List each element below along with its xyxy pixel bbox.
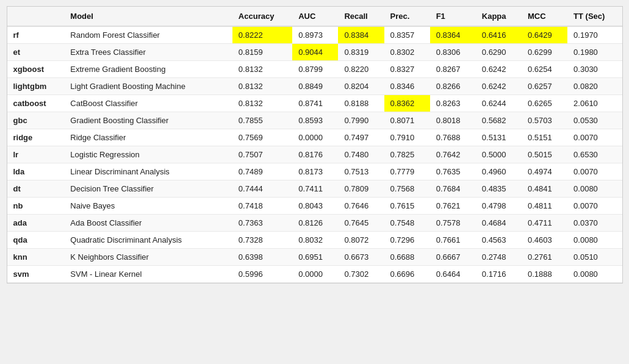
cell-mcc: 0.4811 — [522, 198, 567, 215]
col-header-accuracy: Accuracy — [232, 7, 292, 26]
cell-mcc: 0.4974 — [522, 163, 567, 180]
cell-kappa: 0.5000 — [476, 146, 522, 163]
cell-recall: 0.8072 — [338, 232, 384, 249]
table-header-row: Model Accuracy AUC Recall Prec. F1 Kappa… — [7, 7, 622, 26]
cell-kappa: 0.4835 — [476, 180, 522, 198]
cell-abbr: gbc — [7, 112, 65, 129]
cell-prec: 0.7548 — [384, 215, 430, 232]
cell-accuracy: 0.8132 — [232, 95, 292, 112]
cell-mcc: 0.1888 — [522, 266, 567, 283]
cell-abbr: nb — [7, 198, 65, 215]
table-row: rfRandom Forest Classifier0.82220.89730.… — [7, 26, 622, 44]
cell-recall: 0.7990 — [338, 112, 384, 129]
cell-kappa: 0.1716 — [476, 266, 522, 283]
cell-abbr: knn — [7, 249, 65, 266]
cell-f1: 0.6464 — [430, 266, 476, 283]
cell-model: Ridge Classifier — [64, 129, 232, 146]
col-header-recall: Recall — [338, 7, 384, 26]
cell-recall: 0.7809 — [338, 180, 384, 198]
cell-f1: 0.6667 — [430, 249, 476, 266]
cell-f1: 0.8266 — [430, 78, 476, 95]
cell-prec: 0.7910 — [384, 129, 430, 146]
cell-abbr: ridge — [7, 129, 65, 146]
cell-model: Light Gradient Boosting Machine — [64, 78, 232, 95]
cell-prec: 0.6688 — [384, 249, 430, 266]
cell-model: Logistic Regression — [64, 146, 232, 163]
cell-kappa: 0.4563 — [476, 232, 522, 249]
table-row: ridgeRidge Classifier0.75690.00000.74970… — [7, 129, 622, 146]
cell-abbr: dt — [7, 180, 65, 198]
cell-recall: 0.7302 — [338, 266, 384, 283]
cell-model: SVM - Linear Kernel — [64, 266, 232, 283]
cell-model: Naive Bayes — [64, 198, 232, 215]
cell-tt: 0.0530 — [567, 112, 622, 129]
cell-tt: 0.6530 — [567, 146, 622, 163]
cell-auc: 0.6951 — [292, 249, 338, 266]
cell-tt: 0.0080 — [567, 266, 622, 283]
cell-accuracy: 0.7328 — [232, 232, 292, 249]
cell-mcc: 0.5703 — [522, 112, 567, 129]
cell-prec: 0.7615 — [384, 198, 430, 215]
cell-recall: 0.7645 — [338, 215, 384, 232]
cell-model: Random Forest Classifier — [64, 26, 232, 44]
cell-model: Extra Trees Classifier — [64, 44, 232, 61]
cell-auc: 0.8176 — [292, 146, 338, 163]
cell-tt: 0.0370 — [567, 215, 622, 232]
cell-kappa: 0.6244 — [476, 95, 522, 112]
cell-accuracy: 0.8132 — [232, 61, 292, 78]
cell-auc: 0.0000 — [292, 129, 338, 146]
cell-auc: 0.8849 — [292, 78, 338, 95]
table-row: qdaQuadratic Discriminant Analysis0.7328… — [7, 232, 622, 249]
cell-tt: 2.0610 — [567, 95, 622, 112]
cell-auc: 0.9044 — [292, 44, 338, 61]
col-header-kappa: Kappa — [476, 7, 522, 26]
cell-mcc: 0.5151 — [522, 129, 567, 146]
cell-prec: 0.7296 — [384, 232, 430, 249]
cell-accuracy: 0.7855 — [232, 112, 292, 129]
table-row: ldaLinear Discriminant Analysis0.74890.8… — [7, 163, 622, 180]
cell-auc: 0.8032 — [292, 232, 338, 249]
cell-auc: 0.8593 — [292, 112, 338, 129]
col-header-abbr — [7, 7, 65, 26]
col-header-f1: F1 — [430, 7, 476, 26]
classifier-comparison-table: Model Accuracy AUC Recall Prec. F1 Kappa… — [7, 7, 622, 283]
cell-accuracy: 0.8222 — [232, 26, 292, 44]
cell-model: Ada Boost Classifier — [64, 215, 232, 232]
cell-auc: 0.8173 — [292, 163, 338, 180]
cell-kappa: 0.6242 — [476, 61, 522, 78]
cell-f1: 0.7684 — [430, 180, 476, 198]
cell-f1: 0.7661 — [430, 232, 476, 249]
cell-kappa: 0.6242 — [476, 78, 522, 95]
table-row: nbNaive Bayes0.74180.80430.76460.76150.7… — [7, 198, 622, 215]
cell-mcc: 0.6299 — [522, 44, 567, 61]
cell-kappa: 0.4798 — [476, 198, 522, 215]
cell-accuracy: 0.7444 — [232, 180, 292, 198]
cell-mcc: 0.5015 — [522, 146, 567, 163]
cell-accuracy: 0.8132 — [232, 78, 292, 95]
cell-prec: 0.8302 — [384, 44, 430, 61]
cell-kappa: 0.2748 — [476, 249, 522, 266]
cell-prec: 0.8362 — [384, 95, 430, 112]
cell-f1: 0.8263 — [430, 95, 476, 112]
cell-recall: 0.8384 — [338, 26, 384, 44]
cell-abbr: ada — [7, 215, 65, 232]
cell-abbr: catboost — [7, 95, 65, 112]
cell-f1: 0.7578 — [430, 215, 476, 232]
cell-kappa: 0.4684 — [476, 215, 522, 232]
cell-abbr: lr — [7, 146, 65, 163]
cell-f1: 0.8364 — [430, 26, 476, 44]
cell-recall: 0.7497 — [338, 129, 384, 146]
col-header-prec: Prec. — [384, 7, 430, 26]
cell-f1: 0.8018 — [430, 112, 476, 129]
col-header-mcc: MCC — [522, 7, 567, 26]
cell-tt: 0.0080 — [567, 180, 622, 198]
cell-f1: 0.7688 — [430, 129, 476, 146]
cell-auc: 0.8126 — [292, 215, 338, 232]
cell-recall: 0.8204 — [338, 78, 384, 95]
table-row: xgboostExtreme Gradient Boosting0.81320.… — [7, 61, 622, 78]
cell-tt: 0.0070 — [567, 129, 622, 146]
cell-auc: 0.7411 — [292, 180, 338, 198]
cell-model: CatBoost Classifier — [64, 95, 232, 112]
col-header-model: Model — [64, 7, 232, 26]
cell-abbr: rf — [7, 26, 65, 44]
